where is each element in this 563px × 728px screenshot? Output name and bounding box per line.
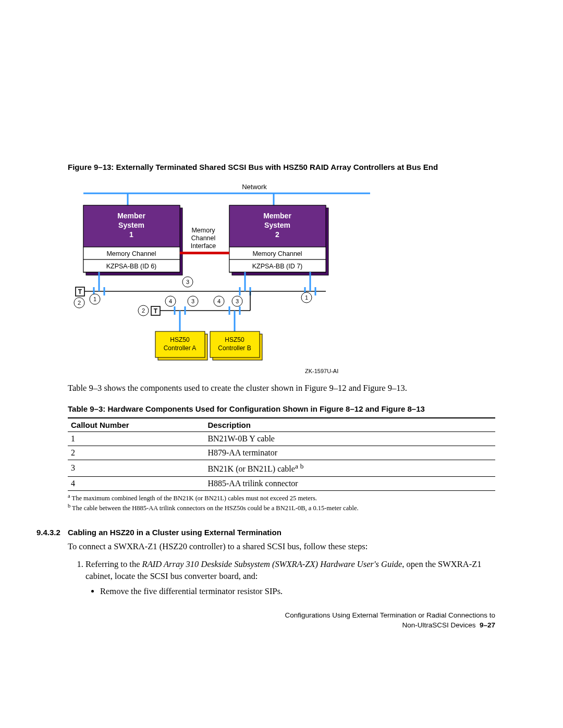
hsz50-a: HSZ50 Controller A: [155, 331, 207, 360]
section-intro: To connect a SWXRA-Z1 (HSZ20 controller)…: [68, 541, 495, 552]
col-callout: Callout Number: [68, 418, 204, 432]
svg-text:System: System: [264, 221, 290, 229]
table-footnotes: a The maximum combined length of the BN2…: [68, 492, 495, 513]
table-caption: Table 9–3: Hardware Components Used for …: [68, 403, 495, 414]
svg-text:Memory: Memory: [191, 227, 215, 234]
list-item: Referring to the RAID Array 310 Deskside…: [85, 558, 495, 597]
page-footer: Configurations Using External Terminatio…: [68, 611, 495, 631]
svg-text:Interface: Interface: [191, 242, 216, 250]
table-row: 2 H879-AA terminator: [68, 446, 495, 460]
svg-text:2: 2: [275, 230, 279, 239]
svg-text:Memory Channel: Memory Channel: [252, 250, 302, 257]
svg-text:1: 1: [305, 294, 308, 301]
intro-paragraph: Table 9–3 shows the components used to c…: [68, 382, 495, 394]
table-row: 4 H885-AA trilink connector: [68, 476, 495, 490]
svg-text:KZPSA-BB (ID 7): KZPSA-BB (ID 7): [252, 263, 303, 270]
svg-text:KZPSA-BB (ID 6): KZPSA-BB (ID 6): [106, 263, 157, 270]
document-page: Figure 9–13: Externally Terminated Share…: [0, 0, 563, 651]
svg-text:Member: Member: [117, 212, 145, 220]
svg-text:HSZ50: HSZ50: [170, 336, 190, 343]
network-label: Network: [242, 183, 267, 191]
svg-text:Controller B: Controller B: [218, 344, 251, 352]
components-table: Callout Number Description 1 BN21W-0B Y …: [68, 417, 495, 490]
steps-list: Referring to the RAID Array 310 Deskside…: [68, 558, 495, 597]
svg-text:Member: Member: [263, 212, 291, 220]
diagram: Network Member System 1 Memory Channel K…: [68, 178, 495, 378]
col-description: Description: [204, 418, 495, 432]
svg-text:4: 4: [217, 298, 221, 304]
svg-text:System: System: [118, 221, 144, 229]
svg-text:Channel: Channel: [191, 235, 216, 242]
svg-text:2: 2: [142, 307, 145, 314]
svg-text:2: 2: [78, 300, 81, 306]
table-row: 1 BN21W-0B Y cable: [68, 432, 495, 446]
figure-caption: Figure 9–13: Externally Terminated Share…: [68, 162, 495, 172]
member-system-1: Member System 1 Memory Channel KZPSA-BB …: [83, 205, 182, 275]
list-item: Remove the five differential terminator …: [100, 585, 495, 597]
svg-text:3: 3: [186, 279, 189, 285]
table-row: 3 BN21K (or BN21L) cablea b: [68, 460, 495, 476]
svg-text:T: T: [78, 288, 82, 295]
section-heading: 9.4.3.2Cabling an HSZ20 in a Cluster usi…: [68, 528, 495, 537]
svg-text:Memory Channel: Memory Channel: [106, 250, 156, 257]
member-system-2: Member System 2 Memory Channel KZPSA-BB …: [229, 205, 328, 275]
svg-text:Controller A: Controller A: [164, 344, 197, 352]
svg-text:1: 1: [129, 230, 133, 239]
svg-text:HSZ50: HSZ50: [225, 336, 244, 343]
svg-text:T: T: [154, 307, 158, 315]
hsz50-b: HSZ50 Controller B: [210, 331, 262, 360]
diagram-id: ZK-1597U-AI: [305, 368, 338, 374]
svg-text:1: 1: [93, 296, 96, 302]
svg-text:4: 4: [169, 298, 172, 304]
svg-text:3: 3: [236, 298, 239, 304]
diagram-svg: Network Member System 1 Memory Channel K…: [68, 178, 381, 378]
svg-text:3: 3: [191, 298, 194, 304]
svg-rect-26: [180, 252, 229, 254]
